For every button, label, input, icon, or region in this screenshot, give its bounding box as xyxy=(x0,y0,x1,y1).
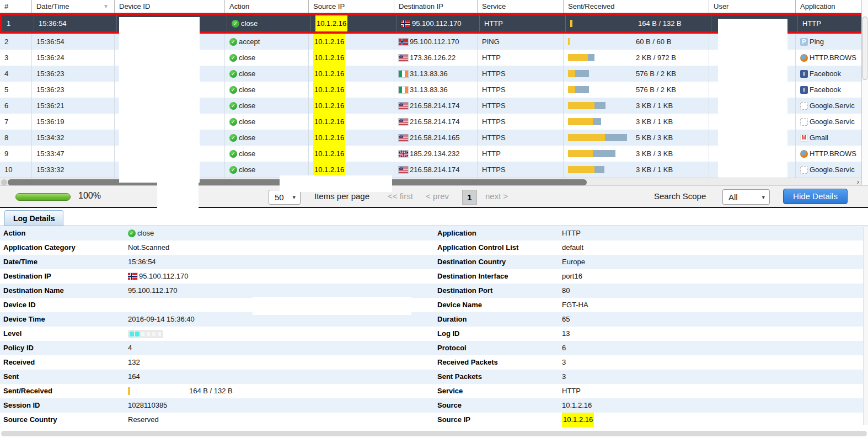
cell-row-number: 3 xyxy=(0,50,32,66)
cell-source-ip: 10.1.2.16 xyxy=(309,66,394,82)
cell-source-ip: 10.1.2.16 xyxy=(309,50,394,66)
detail-label: Application Control List xyxy=(434,241,562,255)
vertical-scrollbar-thumb[interactable] xyxy=(862,17,867,80)
cell-destination-ip: 95.100.112.170 xyxy=(397,15,480,31)
detail-label: Log ID xyxy=(434,327,562,341)
column-header-destination-ip[interactable]: Destination IP xyxy=(394,0,478,13)
detail-label: Device Name xyxy=(434,298,562,312)
prev-page-button[interactable]: < prev xyxy=(426,191,449,201)
detail-row-destination-interface: Destination Interfaceport16 xyxy=(434,269,868,284)
cell-application: PPing xyxy=(796,34,861,50)
sent-received-bar xyxy=(568,166,629,173)
scroll-right-arrow-icon[interactable]: › xyxy=(857,178,859,186)
search-scope-select[interactable]: All ▾ xyxy=(722,189,770,205)
details-vertical-scrollbar[interactable] xyxy=(863,227,868,425)
cell-sent-received: 3 KB / 1 KB xyxy=(564,98,709,114)
cell-datetime: 15:36:23 xyxy=(32,66,115,82)
facebook-app-icon: f xyxy=(800,86,808,94)
cell-application: fFacebook xyxy=(796,82,861,98)
redaction-overlay-device-id xyxy=(119,17,200,183)
cell-row-number: 2 xyxy=(0,34,32,50)
detail-row-source-ip: Source IP10.1.2.16 xyxy=(434,413,868,427)
cell-row-number: 7 xyxy=(0,114,32,130)
cell-application: MGmail xyxy=(796,130,861,146)
current-page-indicator: 1 xyxy=(462,190,477,205)
cell-sent-received: 5 KB / 3 KB xyxy=(564,130,709,146)
detail-value: HTTP xyxy=(562,384,868,398)
cell-sent-received: 3 KB / 1 KB xyxy=(564,162,709,178)
detail-row-received: Received132 xyxy=(0,355,434,370)
column-header-source-ip[interactable]: Source IP xyxy=(309,0,394,13)
column-header-date-time[interactable]: Date/Time▼ xyxy=(32,0,115,13)
details-horizontal-scrollbar[interactable] xyxy=(1,431,867,436)
search-scope-label: Search Scope xyxy=(654,191,706,201)
progress-percent: 100% xyxy=(78,191,101,201)
column-header-service[interactable]: Service xyxy=(478,0,564,13)
cell-datetime: 15:33:32 xyxy=(32,162,115,178)
action-check-icon: ✓ xyxy=(229,102,237,110)
cell-destination-ip: 216.58.214.174 xyxy=(394,162,478,178)
detail-value: 3 xyxy=(562,355,868,370)
sent-received-bar xyxy=(568,70,629,77)
detail-row-action: Action✓close xyxy=(0,226,434,241)
unknown-app-icon xyxy=(800,102,808,110)
column-header-application[interactable]: Application xyxy=(796,0,861,13)
cell-service: HTTPS xyxy=(478,98,564,114)
flag-ireland-icon xyxy=(399,87,408,93)
detail-row-device-name: Device NameFGT-HA xyxy=(434,298,868,312)
column-header-user[interactable]: User xyxy=(709,0,796,13)
column-header-sent-received[interactable]: Sent/Received xyxy=(564,0,709,13)
sent-received-bar xyxy=(568,102,629,109)
detail-row-source-country: Source CountryReserved xyxy=(0,413,434,427)
details-right-column: ApplicationHTTPApplication Control Listd… xyxy=(434,226,868,427)
table-header-row: #Date/Time▼Device IDActionSource IPDesti… xyxy=(0,0,868,13)
cell-sent-received: 3 KB / 3 KB xyxy=(564,146,709,162)
detail-row-service: ServiceHTTP xyxy=(434,384,868,398)
cell-datetime: 15:34:32 xyxy=(32,130,115,146)
first-page-button[interactable]: << first xyxy=(388,191,413,201)
page-size-select[interactable]: 50 ▾ xyxy=(269,190,301,205)
detail-row-sent-packets: Sent Packets3 xyxy=(434,370,868,384)
sent-received-bar xyxy=(568,38,629,45)
detail-value: 80 xyxy=(562,284,868,298)
hide-details-button[interactable]: Hide Details xyxy=(783,189,848,204)
cell-service: HTTP xyxy=(478,146,564,162)
cell-service: HTTP xyxy=(478,50,564,66)
detail-row-source: Source10.1.2.16 xyxy=(434,398,868,413)
column-header--[interactable]: # xyxy=(0,0,32,13)
cell-application: HTTP.BROWS xyxy=(796,50,861,66)
detail-label: Application xyxy=(434,226,562,241)
tab-log-details[interactable]: Log Details xyxy=(4,210,63,226)
cell-destination-ip: 216.58.214.174 xyxy=(394,114,478,130)
detail-value: 3 xyxy=(562,370,868,384)
cell-source-ip: 10.1.2.16 xyxy=(309,82,394,98)
detail-row-destination-country: Destination CountryEurope xyxy=(434,255,868,269)
column-header-device-id[interactable]: Device ID xyxy=(115,0,225,13)
cell-service: HTTPS xyxy=(478,162,564,178)
cell-source-ip: 10.1.2.16 xyxy=(309,130,394,146)
detail-row-application-control-list: Application Control Listdefault xyxy=(434,241,868,255)
detail-value: Europe xyxy=(562,255,868,269)
sent-received-bar xyxy=(568,86,629,93)
sent-received-bar xyxy=(568,150,629,157)
detail-label: Destination Name xyxy=(0,284,128,298)
cell-source-ip: 10.1.2.16 xyxy=(309,114,394,130)
detail-value: 13 xyxy=(562,327,868,341)
next-page-button[interactable]: next > xyxy=(485,191,508,201)
action-check-icon: ✓ xyxy=(229,54,237,62)
detail-label: Sent xyxy=(0,370,128,384)
detail-label: Received Packets xyxy=(434,355,562,370)
cell-destination-ip: 173.36.126.22 xyxy=(394,50,478,66)
detail-value: 10.1.2.16 xyxy=(562,413,868,427)
column-header-action[interactable]: Action xyxy=(225,0,309,13)
cell-datetime: 15:36:21 xyxy=(32,98,115,114)
scroll-left-arrow-icon[interactable] xyxy=(1,179,7,185)
table-vertical-scrollbar[interactable] xyxy=(861,0,868,185)
detail-value: port16 xyxy=(562,269,868,284)
cell-row-number: 1 xyxy=(2,15,34,31)
firefox-browser-icon xyxy=(800,54,808,62)
action-check-icon: ✓ xyxy=(229,118,237,126)
cell-action: ✓close xyxy=(225,50,309,66)
detail-label: Destination Port xyxy=(434,284,562,298)
ping-app-icon: P xyxy=(800,38,808,46)
